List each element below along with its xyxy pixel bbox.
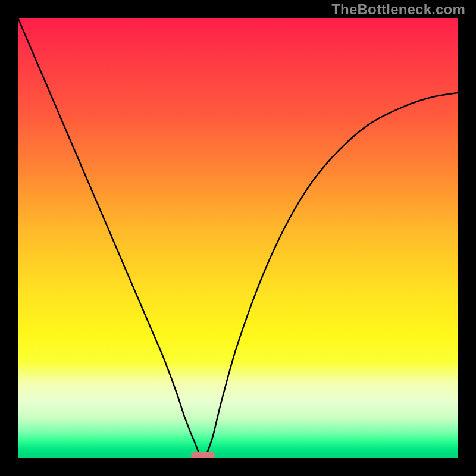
optimal-point-marker — [191, 452, 215, 458]
plot-area — [18, 18, 458, 458]
bottleneck-curve — [18, 18, 458, 458]
watermark-text: TheBottleneck.com — [331, 1, 465, 18]
chart-frame: TheBottleneck.com — [0, 0, 476, 476]
